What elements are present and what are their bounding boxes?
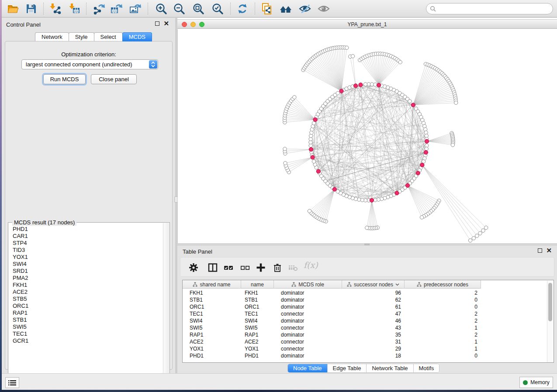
control-panel: Control Panel ✕ NetworkStyleSelectMCDS O…	[2, 18, 175, 373]
close-panel-button[interactable]: Close panel	[91, 74, 137, 84]
memory-button[interactable]: Memory	[519, 377, 553, 388]
result-node-item[interactable]: FKH1	[9, 282, 163, 289]
cell-name: SWI4	[241, 317, 274, 324]
tab-network-table[interactable]: Network Table	[367, 364, 413, 372]
mcds-result-list[interactable]: PHD1CAR1STP4TID3YOX1SWI4SRD1PMA2FKH1ACE2…	[9, 226, 163, 381]
create-column-icon[interactable]	[256, 262, 266, 273]
first-neighbors-icon[interactable]	[279, 2, 292, 15]
table-row[interactable]: SWI4SWI4dominator462	[183, 317, 481, 324]
table-scrollbar[interactable]	[547, 281, 553, 362]
open-file-icon[interactable]	[6, 2, 19, 15]
column-header-MCDS-role[interactable]: MCDS role	[274, 280, 342, 289]
table-scrollbar-thumb[interactable]	[548, 283, 552, 321]
tab-node-table[interactable]: Node Table	[288, 364, 328, 372]
result-node-item[interactable]: YOX1	[9, 254, 163, 261]
delete-column-icon[interactable]	[272, 262, 283, 273]
tab-motifs[interactable]: Motifs	[414, 364, 439, 372]
list-icon	[8, 380, 16, 386]
result-node-item[interactable]: CAR1	[9, 233, 163, 240]
main-toolbar	[2, 0, 557, 17]
splitter-grip[interactable]	[364, 244, 370, 245]
float-panel-icon[interactable]	[538, 248, 542, 253]
network-window-titlebar[interactable]: YPA_prune.txt_1	[177, 19, 557, 29]
zoom-out-icon[interactable]	[173, 2, 186, 15]
table-row[interactable]: RAP1RAP1dominator352	[183, 331, 481, 338]
result-node-item[interactable]: TEC1	[9, 330, 163, 337]
result-node-item[interactable]: ACE2	[9, 289, 163, 296]
optimization-criterion-dropdown[interactable]: largest connected component (undirected)	[21, 59, 158, 69]
cell-predecessor-nodes: 2	[405, 331, 481, 338]
result-node-item[interactable]: ORC1	[9, 303, 163, 309]
network-graph	[178, 29, 557, 243]
result-node-item[interactable]: STB1	[9, 316, 163, 323]
cell-name: PHD1	[241, 352, 274, 359]
table-row[interactable]: TEC1TEC1connector472	[183, 310, 481, 317]
column-header-successor-nodes[interactable]: successor nodes	[342, 280, 405, 289]
zoom-selected-icon[interactable]	[211, 2, 224, 15]
tab-select[interactable]: Select	[94, 32, 123, 41]
export-image-icon[interactable]	[128, 2, 142, 15]
control-panel-title: Control Panel	[6, 21, 41, 28]
import-table-icon[interactable]	[68, 2, 81, 15]
result-node-item[interactable]: SRD1	[9, 268, 163, 275]
cell-predecessor-nodes: 2	[405, 310, 481, 317]
table-settings-gear-icon[interactable]	[188, 262, 199, 273]
result-node-item[interactable]: SWI5	[9, 323, 163, 330]
table-row[interactable]: SWI5SWI5connector431	[183, 324, 481, 331]
table-row[interactable]: STB1STB1dominator620	[183, 296, 481, 303]
column-header-predecessor-nodes[interactable]: predecessor nodes	[405, 280, 481, 289]
save-icon[interactable]	[24, 2, 38, 15]
result-node-item[interactable]: SWI4	[9, 261, 163, 268]
import-network-icon[interactable]	[48, 2, 62, 15]
hide-selected-icon[interactable]	[298, 2, 311, 15]
table-row[interactable]: YOX1YOX1connector291	[183, 345, 481, 352]
result-node-item[interactable]: STB5	[9, 296, 163, 303]
cell-MCDS-role: dominator	[274, 331, 342, 338]
result-node-item[interactable]: STP4	[9, 240, 163, 247]
mcds-result-scrollbar[interactable]	[163, 223, 169, 381]
select-all-columns-icon[interactable]	[223, 262, 234, 273]
cell-MCDS-role: dominator	[274, 352, 342, 359]
tab-style[interactable]: Style	[69, 32, 94, 41]
float-panel-icon[interactable]	[155, 21, 159, 26]
new-network-from-selection-icon[interactable]	[260, 2, 273, 15]
zoom-in-icon[interactable]	[155, 2, 168, 15]
run-mcds-button[interactable]: Run MCDS	[43, 74, 86, 84]
cell-name: SWI5	[241, 324, 274, 331]
refresh-icon[interactable]	[236, 2, 249, 15]
result-node-item[interactable]: GCR1	[9, 337, 163, 344]
column-header-name[interactable]: name	[241, 280, 274, 289]
cell-MCDS-role: dominator	[274, 317, 342, 324]
search-input[interactable]	[426, 3, 553, 14]
network-canvas[interactable]	[177, 29, 557, 243]
tab-network[interactable]: Network	[35, 32, 69, 41]
result-node-item[interactable]: TID3	[9, 247, 163, 254]
export-table-icon[interactable]	[110, 2, 123, 15]
close-panel-icon[interactable]: ✕	[163, 21, 169, 26]
table-row[interactable]: PHD1PHD1dominator180	[183, 352, 481, 359]
table-type-tabs: Node TableEdge TableNetwork TableMotifs	[287, 364, 439, 373]
show-all-icon[interactable]	[317, 2, 330, 15]
table-row[interactable]: FKH1FKH1dominator962	[183, 289, 481, 296]
result-node-item[interactable]: PMA2	[9, 275, 163, 282]
result-node-item[interactable]: PHD1	[9, 226, 163, 233]
table-row[interactable]: ACE2ACE2connector311	[183, 338, 481, 345]
unselect-all-columns-icon[interactable]	[240, 262, 250, 273]
toolbar-separator	[230, 3, 231, 15]
cell-name: TEC1	[241, 310, 274, 317]
split-panel-icon[interactable]	[208, 262, 218, 273]
cell-name: STB1	[241, 296, 274, 303]
cell-predecessor-nodes: 0	[405, 296, 481, 303]
zoom-fit-icon[interactable]	[192, 2, 205, 15]
close-panel-icon[interactable]: ✕	[546, 248, 552, 253]
tab-mcds[interactable]: MCDS	[122, 32, 152, 41]
tab-edge-table[interactable]: Edge Table	[328, 364, 367, 372]
column-header-shared-name[interactable]: shared name	[183, 280, 241, 289]
optimization-criterion-label: Optimization criterion:	[5, 51, 172, 58]
export-network-icon[interactable]	[92, 2, 105, 15]
toolbar-separator	[148, 3, 148, 15]
table-row[interactable]: ORC1ORC1dominator610	[183, 303, 481, 310]
task-history-button[interactable]	[5, 377, 19, 388]
result-node-item[interactable]: RAP1	[9, 309, 163, 316]
cell-successor-nodes: 61	[342, 303, 405, 310]
